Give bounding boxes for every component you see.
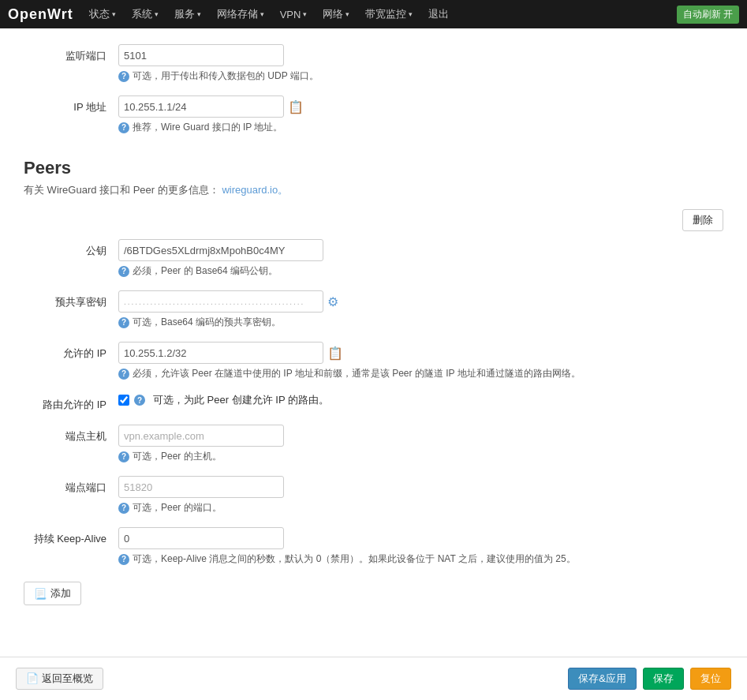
navbar: OpenWrt 状态 ▾ 系统 ▾ 服务 ▾ 网络存储 ▾ VPN ▾ 网络 ▾… (0, 0, 747, 28)
nav-bandwidth-arrow: ▾ (409, 10, 413, 18)
allowed-ip-label: 允许的 IP (24, 342, 118, 361)
add-peer-icon: 📃 (34, 588, 47, 600)
main-content: 监听端口 ? 可选，用于传出和传入数据包的 UDP 端口。 IP 地址 📋 ? … (0, 28, 747, 657)
nav-services-arrow: ▾ (197, 10, 201, 18)
brand: OpenWrt (8, 6, 73, 23)
wireguard-link[interactable]: wireguard.io。 (222, 184, 288, 196)
nav-network-arrow: ▾ (345, 10, 349, 18)
ip-copy-icon[interactable]: 📋 (288, 99, 304, 114)
footer-right: 保存&应用 保存 复位 (568, 668, 731, 690)
allowed-ip-copy-icon[interactable]: 📋 (327, 346, 343, 361)
listen-port-help-icon: ? (118, 71, 129, 82)
ip-address-help: ? 推荐，Wire Guard 接口的 IP 地址。 (118, 121, 723, 134)
allowed-ip-help: ? 必须，允许该 Peer 在隧道中使用的 IP 地址和前缀，通常是该 Peer… (118, 367, 723, 380)
footer-left: 📄 返回至概览 (16, 668, 103, 690)
endpoint-host-help-icon: ? (118, 451, 129, 462)
allowed-ip-content: 📋 ? 必须，允许该 Peer 在隧道中使用的 IP 地址和前缀，通常是该 Pe… (118, 342, 723, 380)
endpoint-host-content: ? 可选，Peer 的主机。 (118, 425, 723, 463)
route-allowed-help-icon: ? (134, 395, 145, 406)
keepalive-help: ? 可选，Keep-Alive 消息之间的秒数，默认为 0（禁用）。如果此设备位… (118, 552, 723, 566)
save-button[interactable]: 保存 (643, 668, 684, 690)
endpoint-host-group: 端点主机 ? 可选，Peer 的主机。 (24, 425, 723, 463)
nav-bandwidth[interactable]: 带宽监控 ▾ (357, 0, 420, 28)
endpoint-port-label: 端点端口 (24, 476, 118, 495)
back-icon: 📄 (26, 672, 42, 684)
allowed-ip-help-icon: ? (118, 369, 129, 380)
route-allowed-content: ? 可选，为此 Peer 创建允许 IP 的路由。 (118, 393, 723, 407)
public-key-input[interactable] (118, 239, 323, 261)
ip-address-input-row: 📋 (118, 95, 723, 118)
peers-desc: 有关 WireGuard 接口和 Peer 的更多信息： wireguard.i… (24, 183, 723, 197)
route-allowed-checkbox-row: ? 可选，为此 Peer 创建允许 IP 的路由。 (118, 393, 723, 407)
keepalive-help-icon: ? (118, 554, 129, 565)
peer-header: 删除 (24, 209, 723, 231)
ip-address-help-icon: ? (118, 122, 129, 133)
allowed-ip-input-row: 📋 (118, 342, 723, 364)
listen-port-group: 监听端口 ? 可选，用于传出和传入数据包的 UDP 端口。 (24, 44, 723, 83)
listen-port-content: ? 可选，用于传出和传入数据包的 UDP 端口。 (118, 44, 723, 83)
nav-status-arrow: ▾ (112, 10, 116, 18)
listen-port-label: 监听端口 (24, 44, 118, 63)
preshared-key-input-row: ⚙ (118, 290, 723, 313)
nav-system-arrow: ▾ (155, 10, 159, 18)
nav-vpn[interactable]: VPN ▾ (272, 0, 316, 28)
endpoint-port-content: ? 可选，Peer 的端口。 (118, 476, 723, 515)
preshared-key-content: ⚙ ? 可选，Base64 编码的预共享密钥。 (118, 290, 723, 329)
endpoint-port-input[interactable] (118, 476, 284, 498)
add-peer-button[interactable]: 📃 添加 (24, 582, 81, 605)
listen-port-help: ? 可选，用于传出和传入数据包的 UDP 端口。 (118, 69, 723, 83)
nav-logout[interactable]: 退出 (420, 0, 457, 28)
route-allowed-group: 路由允许的 IP ? 可选，为此 Peer 创建允许 IP 的路由。 (24, 393, 723, 412)
ip-address-label: IP 地址 (24, 95, 118, 114)
preshared-key-help-icon: ? (118, 317, 129, 328)
allowed-ip-group: 允许的 IP 📋 ? 必须，允许该 Peer 在隧道中使用的 IP 地址和前缀，… (24, 342, 723, 380)
keepalive-content: ? 可选，Keep-Alive 消息之间的秒数，默认为 0（禁用）。如果此设备位… (118, 527, 723, 566)
endpoint-port-group: 端点端口 ? 可选，Peer 的端口。 (24, 476, 723, 515)
keepalive-group: 持续 Keep-Alive ? 可选，Keep-Alive 消息之间的秒数，默认… (24, 527, 723, 566)
preshared-key-help: ? 可选，Base64 编码的预共享密钥。 (118, 316, 723, 329)
nav-network-storage[interactable]: 网络存储 ▾ (209, 0, 272, 28)
preshared-key-generate-icon[interactable]: ⚙ (327, 294, 338, 309)
nav-network-storage-arrow: ▾ (260, 10, 264, 18)
footer-bar: 📄 返回至概览 保存&应用 保存 复位 (0, 657, 747, 700)
nav-items: 状态 ▾ 系统 ▾ 服务 ▾ 网络存储 ▾ VPN ▾ 网络 ▾ 带宽监控 ▾ … (81, 0, 677, 28)
public-key-help-icon: ? (118, 266, 129, 277)
endpoint-host-help: ? 可选，Peer 的主机。 (118, 450, 723, 463)
route-allowed-checkbox[interactable] (118, 395, 129, 406)
endpoint-host-input[interactable] (118, 425, 284, 447)
peers-title: Peers (24, 158, 723, 178)
nav-vpn-arrow: ▾ (303, 10, 307, 18)
public-key-content: ? 必须，Peer 的 Base64 编码公钥。 (118, 239, 723, 278)
save-apply-button[interactable]: 保存&应用 (568, 668, 637, 690)
nav-network[interactable]: 网络 ▾ (315, 0, 357, 28)
delete-peer-button[interactable]: 删除 (682, 209, 723, 231)
peers-section: Peers 有关 WireGuard 接口和 Peer 的更多信息： wireg… (24, 158, 723, 605)
listen-port-input[interactable] (118, 44, 284, 66)
endpoint-port-help: ? 可选，Peer 的端口。 (118, 501, 723, 515)
endpoint-host-label: 端点主机 (24, 425, 118, 444)
nav-services[interactable]: 服务 ▾ (166, 0, 209, 28)
back-to-overview-button[interactable]: 📄 返回至概览 (16, 668, 103, 690)
keepalive-label: 持续 Keep-Alive (24, 527, 118, 546)
public-key-group: 公钥 ? 必须，Peer 的 Base64 编码公钥。 (24, 239, 723, 278)
ip-address-input[interactable] (118, 95, 284, 118)
public-key-help: ? 必须，Peer 的 Base64 编码公钥。 (118, 264, 723, 278)
nav-system[interactable]: 系统 ▾ (124, 0, 166, 28)
nav-status[interactable]: 状态 ▾ (81, 0, 124, 28)
ip-address-group: IP 地址 📋 ? 推荐，Wire Guard 接口的 IP 地址。 (24, 95, 723, 134)
ip-address-content: 📋 ? 推荐，Wire Guard 接口的 IP 地址。 (118, 95, 723, 134)
preshared-key-input[interactable] (118, 290, 323, 313)
route-allowed-label: 路由允许的 IP (24, 393, 118, 412)
endpoint-port-help-icon: ? (118, 503, 129, 514)
preshared-key-group: 预共享密钥 ⚙ ? 可选，Base64 编码的预共享密钥。 (24, 290, 723, 329)
keepalive-input[interactable] (118, 527, 284, 549)
allowed-ip-input[interactable] (118, 342, 323, 364)
reset-button[interactable]: 复位 (690, 668, 731, 690)
auto-refresh-btn[interactable]: 自动刷新 开 (677, 6, 739, 24)
preshared-key-label: 预共享密钥 (24, 290, 118, 309)
public-key-label: 公钥 (24, 239, 118, 258)
